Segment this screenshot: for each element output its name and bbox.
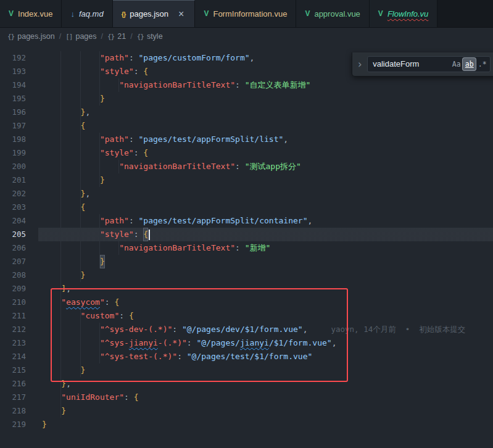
code-line[interactable]: 210"easycom": { — [0, 296, 493, 309]
code-line[interactable]: 198"path": "pages/test/appFormSplit/list… — [0, 133, 493, 146]
code-line[interactable]: 207} — [0, 255, 493, 268]
tab-FormInformation.vue[interactable]: VFormInformation.vue — [195, 0, 296, 27]
code-line[interactable]: 212"^sys-dev-(.*)": "@/pages/dev/$1/form… — [0, 323, 493, 336]
symbol-icon: [] — [65, 33, 72, 41]
tab-bar: VIndex.vue↓faq.md{}pages.json×VFormInfor… — [0, 0, 493, 28]
code-line[interactable]: 214"^sys-test-(.*)": "@/pages/test/$1/fo… — [0, 350, 493, 363]
code-line-content: "^sys-dev-(.*)": "@/pages/dev/$1/form.vu… — [38, 323, 465, 336]
breadcrumb-separator: / — [130, 32, 132, 41]
code-line-content: } — [38, 363, 85, 377]
json-icon: {} — [122, 10, 126, 18]
line-number: 212 — [0, 323, 38, 336]
code-line[interactable]: 204"path": "pages/test/appFormSplit/cont… — [0, 214, 493, 228]
code-line-content: "navigationBarTitleText": "新增" — [38, 241, 270, 255]
code-line[interactable]: 219} — [0, 418, 493, 431]
code-line[interactable]: 201} — [0, 173, 493, 187]
code-line-content: "style": { — [38, 146, 148, 160]
line-number: 201 — [0, 173, 38, 187]
line-number: 217 — [0, 391, 38, 404]
code-line-content: "path": "pages/customForm/form", — [38, 51, 254, 65]
vue-icon: V — [204, 9, 209, 18]
find-input[interactable]: validateForm Aa ab .* — [367, 56, 491, 72]
tab-faq.md[interactable]: ↓faq.md — [62, 0, 112, 27]
code-line[interactable]: 202}, — [0, 187, 493, 201]
vue-icon: V — [305, 9, 310, 18]
tab-label: pages.json — [130, 9, 168, 19]
vue-icon: V — [378, 9, 383, 18]
code-line-content: "style": { — [38, 65, 148, 78]
code-line[interactable]: 216}, — [0, 377, 493, 391]
match-case-toggle[interactable]: Aa — [450, 58, 463, 70]
line-number: 193 — [0, 65, 38, 78]
vue-icon: V — [9, 9, 14, 18]
code-line-content: "custom": { — [38, 309, 134, 323]
breadcrumb-label: style — [147, 32, 163, 41]
tab-pages.json[interactable]: {}pages.json× — [113, 0, 196, 27]
code-line[interactable]: 199"style": { — [0, 146, 493, 160]
code-area[interactable]: 192"path": "pages/customForm/form",193"s… — [0, 51, 493, 431]
code-line[interactable]: 203{ — [0, 201, 493, 214]
code-line[interactable]: 213"^sys-jianyi-(.*)": "@/pages/jianyi/$… — [0, 336, 493, 350]
code-line-content: }, — [38, 106, 90, 119]
code-line[interactable]: 200"navigationBarTitleText": "测试app拆分" — [0, 160, 493, 173]
breadcrumb-item-pages[interactable]: []pages — [65, 32, 96, 41]
tab-Index.vue[interactable]: VIndex.vue — [0, 0, 62, 27]
breadcrumb-item-style[interactable]: {}style — [137, 32, 163, 41]
markdown-icon: ↓ — [70, 9, 75, 19]
line-number: 214 — [0, 350, 38, 363]
breadcrumb-label: pages.json — [17, 32, 54, 41]
regex-toggle[interactable]: .* — [476, 58, 489, 70]
line-number: 199 — [0, 146, 38, 160]
code-line[interactable]: 197{ — [0, 119, 493, 133]
code-line-content: "^sys-test-(.*)": "@/pages/test/$1/form.… — [38, 350, 312, 363]
code-line-content: "style": { — [38, 228, 150, 241]
git-blame-annotation: yaoyn, 14个月前 • 初始版本提交 — [331, 323, 465, 336]
line-number: 202 — [0, 187, 38, 201]
code-line[interactable]: 206"navigationBarTitleText": "新增" — [0, 241, 493, 255]
breadcrumb-item-pages.json[interactable]: {}pages.json — [7, 32, 55, 41]
symbol-icon: {} — [137, 33, 144, 41]
code-line-content: } — [38, 92, 105, 106]
line-number: 204 — [0, 214, 38, 228]
code-line[interactable]: 209], — [0, 282, 493, 296]
code-line[interactable]: 217"uniIdRouter": { — [0, 391, 493, 404]
breadcrumb: {}pages.json/[]pages/{}21/{}style — [0, 28, 493, 45]
line-number: 213 — [0, 336, 38, 350]
code-line-content: "uniIdRouter": { — [38, 391, 139, 404]
line-number: 192 — [0, 51, 38, 65]
code-line-content: { — [38, 119, 85, 133]
chevron-right-icon[interactable]: › — [355, 59, 364, 70]
breadcrumb-separator: / — [101, 32, 103, 41]
line-number: 203 — [0, 201, 38, 214]
code-line[interactable]: 211"custom": { — [0, 309, 493, 323]
line-number: 215 — [0, 363, 38, 377]
code-line-content: } — [38, 255, 105, 268]
code-line[interactable]: 215} — [0, 363, 493, 377]
code-line[interactable]: 218} — [0, 404, 493, 418]
tab-approval.vue[interactable]: Vapproval.vue — [296, 0, 369, 27]
code-line[interactable]: 196}, — [0, 106, 493, 119]
line-number: 216 — [0, 377, 38, 391]
find-widget: › validateForm Aa ab .* — [352, 52, 493, 77]
editor[interactable]: 192"path": "pages/customForm/form",193"s… — [0, 45, 493, 448]
code-line[interactable]: 195} — [0, 92, 493, 106]
line-number: 197 — [0, 119, 38, 133]
code-line-content: } — [38, 418, 47, 431]
breadcrumb-label: pages — [75, 32, 96, 41]
breadcrumb-item-21[interactable]: {}21 — [107, 32, 126, 41]
tab-FlowInfo.vu[interactable]: VFlowInfo.vu — [370, 0, 438, 27]
code-line-content: } — [38, 404, 66, 418]
line-number: 208 — [0, 268, 38, 282]
code-line-content: { — [38, 201, 85, 214]
code-line-content: "^sys-jianyi-(.*)": "@/pages/jianyi/$1/f… — [38, 336, 336, 350]
code-line[interactable]: 194"navigationBarTitleText": "自定义表单新增" — [0, 78, 493, 92]
line-number: 211 — [0, 309, 38, 323]
line-number: 196 — [0, 106, 38, 119]
line-number: 210 — [0, 296, 38, 309]
line-number: 198 — [0, 133, 38, 146]
code-line[interactable]: 208} — [0, 268, 493, 282]
close-icon[interactable]: × — [176, 9, 186, 20]
code-line[interactable]: 205"style": { — [0, 228, 493, 241]
code-line-content: "navigationBarTitleText": "自定义表单新增" — [38, 78, 310, 92]
whole-word-toggle[interactable]: ab — [463, 58, 476, 70]
